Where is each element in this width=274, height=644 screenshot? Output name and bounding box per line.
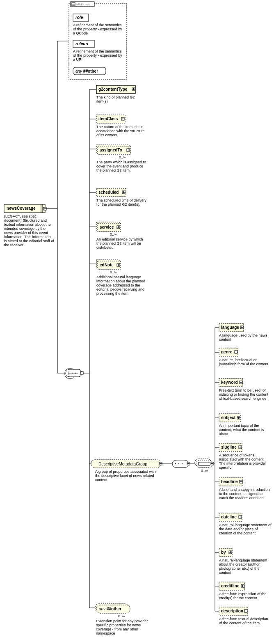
node-dateline: dateline A natural-language statement of… <box>215 513 272 543</box>
svg-text:keyword: keyword <box>221 380 238 385</box>
node-any-other: any ##other 0..∞ Extension point for any… <box>89 604 148 639</box>
node-creditline: creditline A free-form expression of the… <box>215 582 272 603</box>
node-itemclass: itemClass The nature of the item, set in… <box>89 115 146 140</box>
node-scheduled: scheduled The scheduled time of delivery… <box>89 188 149 214</box>
svg-text:0..∞: 0..∞ <box>110 232 116 236</box>
svg-text:service: service <box>100 225 114 229</box>
node-slugline: slugline A sequence of tokens associated… <box>215 443 272 473</box>
node-g2contenttype: g2contentType The kind of planned G2 ite… <box>89 85 146 106</box>
node-description: description A free-form textual descript… <box>215 607 272 633</box>
svg-text:0..∞: 0..∞ <box>201 469 208 473</box>
svg-text:slugline: slugline <box>221 445 237 449</box>
sequence-compositor-main <box>57 209 83 378</box>
svg-text:0..∞: 0..∞ <box>110 270 116 274</box>
svg-text:language: language <box>221 325 239 330</box>
svg-point-76 <box>178 463 179 464</box>
svg-text:by: by <box>221 550 226 555</box>
svg-text:headline: headline <box>221 479 238 484</box>
svg-text:edNote: edNote <box>100 263 114 267</box>
node-headline: headline A brief and snappy introduction… <box>215 478 272 507</box>
node-desc: (LEGACY, see spec document) Structured a… <box>4 214 54 247</box>
attr-roleuri-desc: A refinement of the semantics of the pro… <box>73 49 124 62</box>
node-keyword: keyword Free-text term to be used for in… <box>215 378 272 409</box>
svg-rect-74 <box>172 460 189 468</box>
sequence-compositor-dmg-outer <box>172 460 190 468</box>
node-language: language A language used by the news con… <box>215 323 271 344</box>
svg-text:any ##other: any ##other <box>99 607 121 611</box>
attr-any-label: any ##other <box>75 69 98 73</box>
svg-text:g2contentType: g2contentType <box>98 87 128 92</box>
svg-text:creditline: creditline <box>221 584 240 588</box>
attr-roleuri-label: roleuri <box>75 41 88 46</box>
node-label: newsCoverage <box>7 206 36 211</box>
svg-text:0..∞: 0..∞ <box>119 155 126 159</box>
svg-text:genre: genre <box>221 350 233 354</box>
svg-text:description: description <box>221 609 243 613</box>
node-service: service 0..∞ An editorial service by whi… <box>89 222 149 253</box>
svg-text:subject: subject <box>221 415 236 420</box>
choice-compositor-dmg: 0..∞ <box>195 459 214 473</box>
svg-text:assignedTo: assignedTo <box>100 148 122 152</box>
attr-role-label: role <box>75 15 83 20</box>
node-descriptivemetadatagroup: DescriptiveMetadataGroup A group of prop… <box>89 460 162 485</box>
svg-text:DescriptiveMetadataGroup: DescriptiveMetadataGroup <box>98 462 147 466</box>
svg-point-77 <box>182 463 183 464</box>
node-assignedto: assignedTo 0..∞ The party which is assig… <box>89 145 149 180</box>
schema-diagram: newsCoverage (LEGACY, see spec document)… <box>0 0 274 644</box>
node-newscoverage: newsCoverage <box>4 204 46 213</box>
svg-text:dateline: dateline <box>221 515 237 519</box>
node-ednote: edNote 0..∞ Additional natural language … <box>89 260 149 304</box>
svg-text:scheduled: scheduled <box>98 190 119 195</box>
svg-text:itemClass: itemClass <box>98 117 118 121</box>
node-genre: genre A nature, intellectual or journali… <box>215 348 271 373</box>
svg-text:0..∞: 0..∞ <box>118 614 125 618</box>
node-by: by A natural-language statement about th… <box>215 548 272 578</box>
node-subject: subject An important topic of the conten… <box>215 414 271 438</box>
attr-role-desc: A refinement of the semantics of the pro… <box>73 23 124 35</box>
attributes-header-label: attributes <box>76 2 90 6</box>
svg-point-75 <box>175 463 176 464</box>
